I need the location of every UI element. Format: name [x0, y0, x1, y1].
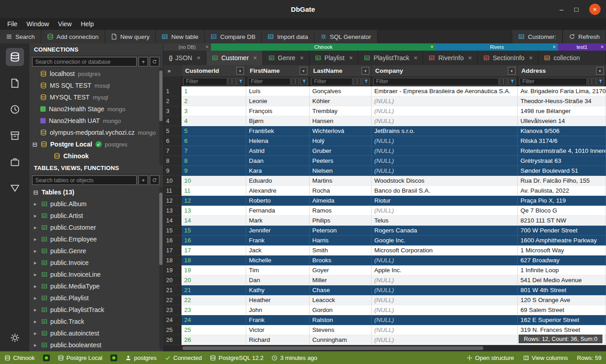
- cell-customerid[interactable]: 8: [181, 156, 246, 166]
- menu-file[interactable]: File: [3, 19, 22, 29]
- table-row[interactable]: 22LeonieKöhler(NULL)Theodor-Heuss-Straße…: [163, 96, 606, 106]
- filter-input-lastname[interactable]: Filter: [311, 78, 353, 85]
- table-row[interactable]: 1919TimGoyerApple Inc.1 Infinite Loop: [163, 265, 606, 275]
- cell-address[interactable]: Theodor-Heuss-Straße 34: [518, 96, 606, 106]
- rail-item-database[interactable]: [6, 48, 24, 66]
- cell-customerid[interactable]: 4: [181, 116, 246, 126]
- filter-menu-button[interactable]: ⋮: [353, 78, 361, 85]
- cell-customerid[interactable]: 15: [181, 226, 246, 236]
- table-item-public-invoiceline[interactable]: ▸public.InvoiceLine: [29, 269, 163, 280]
- grid-expand-all-button[interactable]: »: [163, 65, 181, 76]
- cell-customerid[interactable]: 13: [181, 206, 246, 216]
- cell-company[interactable]: (NULL): [372, 106, 518, 116]
- table-item-public-artist[interactable]: ▸public.Artist: [29, 210, 163, 222]
- tables-search-input[interactable]: [32, 175, 137, 185]
- table-row[interactable]: 1111AlexandreRochaBanco do Brasil S.A.Av…: [163, 186, 606, 196]
- cell-address[interactable]: 8210 111 ST NW: [518, 216, 606, 226]
- tab-playlist[interactable]: Playlist×: [310, 51, 359, 65]
- table-row[interactable]: 1414MarkPhilipsTelus8210 111 ST NW: [163, 216, 606, 226]
- add-connection-small-button[interactable]: +: [138, 57, 148, 66]
- table-row[interactable]: 2424FrankRalston(NULL)162 E Superior Str…: [163, 315, 606, 325]
- cell-firstname[interactable]: Kathy: [246, 285, 310, 295]
- cell-address[interactable]: 1 Microsoft Way: [518, 246, 606, 255]
- close-icon[interactable]: ×: [197, 54, 200, 61]
- tab-genre[interactable]: Genre×: [263, 51, 310, 65]
- cell-address[interactable]: Klanova 9/506: [518, 126, 606, 136]
- cell-customerid[interactable]: 24: [181, 315, 246, 325]
- column-menu-icon[interactable]: ▾: [508, 67, 515, 75]
- toolbar-button-customer[interactable]: Customer:: [512, 30, 562, 43]
- cell-firstname[interactable]: Frank: [246, 236, 310, 246]
- cell-lastname[interactable]: Rocha: [310, 186, 372, 196]
- table-row[interactable]: 33FrançoisTremblay(NULL)1498 rue Bélange…: [163, 106, 606, 116]
- tables-scrollbar-thumb[interactable]: [159, 193, 162, 265]
- cell-firstname[interactable]: Bjørn: [246, 116, 310, 126]
- cell-lastname[interactable]: Harris: [310, 236, 372, 246]
- filter-input-company[interactable]: Filter: [373, 78, 499, 85]
- cell-company[interactable]: (NULL): [372, 166, 518, 176]
- close-icon[interactable]: ×: [349, 54, 353, 61]
- cell-address[interactable]: 120 S Orange Ave: [518, 295, 606, 305]
- filter-input-firstname[interactable]: Filter: [248, 78, 291, 85]
- cell-customerid[interactable]: 9: [181, 166, 246, 176]
- cell-company[interactable]: Embraer - Empresa Brasileira de Aeronáut…: [372, 86, 518, 96]
- cell-address[interactable]: Rotenturmstraße 4, 1010 Innere Stadt: [518, 146, 606, 156]
- cell-company[interactable]: (NULL): [372, 315, 518, 325]
- cell-firstname[interactable]: Michelle: [246, 255, 310, 265]
- table-row[interactable]: 2222HeatherLeacock(NULL)120 S Orange Ave: [163, 295, 606, 305]
- toolbar-button-refresh[interactable]: Refresh: [563, 30, 606, 43]
- table-row[interactable]: 77AstridGruber(NULL)Rotenturmstraße 4, 1…: [163, 146, 606, 156]
- close-icon[interactable]: ×: [253, 54, 257, 61]
- rail-item-cell-data[interactable]: [6, 179, 24, 197]
- cell-company[interactable]: (NULL): [372, 305, 518, 315]
- tab-riverinfo[interactable]: RiverInfo×: [423, 51, 477, 65]
- cell-company[interactable]: Google Inc.: [372, 236, 518, 246]
- table-item-public-track[interactable]: ▸public.Track: [29, 316, 163, 327]
- cell-company[interactable]: (NULL): [372, 285, 518, 295]
- minimize-button[interactable]: –: [560, 6, 563, 13]
- close-icon[interactable]: ×: [300, 54, 304, 61]
- close-button[interactable]: ×: [589, 4, 601, 15]
- table-row[interactable]: 55FrantišekWichterlováJetBrains s.r.o.Kl…: [163, 126, 606, 136]
- tab-customer[interactable]: Customer×: [206, 51, 263, 65]
- cell-lastname[interactable]: Almeida: [310, 196, 372, 206]
- cell-lastname[interactable]: Miller: [310, 275, 372, 285]
- table-row[interactable]: 99KaraNielsen(NULL)Sønder Boulevard 51: [163, 166, 606, 176]
- cell-firstname[interactable]: Frank: [246, 315, 310, 325]
- cell-customerid[interactable]: 7: [181, 146, 246, 156]
- cell-customerid[interactable]: 6: [181, 136, 246, 146]
- toolbar-button-add-connection[interactable]: Add connection: [41, 30, 105, 43]
- cell-address[interactable]: 541 Del Medio Avenue: [518, 275, 606, 285]
- connection-item-mysql-test[interactable]: MYSQL TESTmysql: [29, 91, 163, 103]
- tables-group-row[interactable]: ⊟Tables (13): [29, 186, 163, 198]
- cell-lastname[interactable]: Ramos: [310, 206, 372, 216]
- cell-address[interactable]: 319 N. Frances Street: [518, 325, 606, 335]
- filter-input-address[interactable]: Filter: [520, 78, 587, 85]
- cell-company[interactable]: Apple Inc.: [372, 265, 518, 275]
- table-item-public-playlisttrack[interactable]: ▸public.PlaylistTrack: [29, 304, 163, 316]
- cell-address[interactable]: Rilská 3174/6: [518, 136, 606, 146]
- tab-json[interactable]: {}JSON×: [163, 51, 206, 65]
- close-icon[interactable]: ×: [468, 54, 472, 61]
- cell-lastname[interactable]: Peterson: [310, 226, 372, 236]
- cell-firstname[interactable]: Dan: [246, 275, 310, 285]
- table-row[interactable]: 1010EduardoMartinsWoodstock DiscosRua Dr…: [163, 176, 606, 186]
- table-row[interactable]: 2323JohnGordon(NULL)69 Salem Street: [163, 305, 606, 315]
- cell-customerid[interactable]: 3: [181, 106, 246, 116]
- table-item-public-genre[interactable]: ▸public.Genre: [29, 245, 163, 257]
- filter-funnel-button[interactable]: [508, 78, 516, 85]
- close-icon[interactable]: ×: [553, 44, 556, 50]
- cell-customerid[interactable]: 1: [181, 86, 246, 96]
- cell-firstname[interactable]: Kara: [246, 166, 310, 176]
- connection-item-nano2health-uat[interactable]: Nano2Health UATmongo: [29, 115, 163, 127]
- cell-customerid[interactable]: 5: [181, 126, 246, 136]
- cell-firstname[interactable]: Jennifer: [246, 226, 310, 236]
- cell-customerid[interactable]: 17: [181, 246, 246, 255]
- cell-lastname[interactable]: Gonçalves: [310, 86, 372, 96]
- cell-company[interactable]: Banco do Brasil S.A.: [372, 186, 518, 196]
- cell-firstname[interactable]: Luís: [246, 86, 310, 96]
- cell-firstname[interactable]: Richard: [246, 335, 310, 345]
- table-row[interactable]: 88DaanPeeters(NULL)Grétrystraat 63: [163, 156, 606, 166]
- cell-customerid[interactable]: 11: [181, 186, 246, 196]
- cell-firstname[interactable]: Roberto: [246, 196, 310, 206]
